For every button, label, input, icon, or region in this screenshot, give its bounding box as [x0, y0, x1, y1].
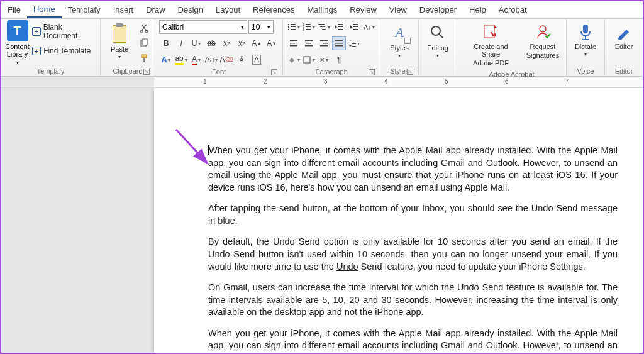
- clear-formatting-button[interactable]: A⌫: [219, 53, 233, 67]
- svg-rect-3: [142, 39, 147, 45]
- tab-layout[interactable]: Layout: [209, 1, 247, 18]
- content-library-label[interactable]: ContentLibrary ▾: [5, 43, 30, 66]
- font-name-select[interactable]: Calibri▾: [159, 20, 247, 34]
- phonetic-guide-button[interactable]: Â: [235, 53, 248, 67]
- multilevel-list-button[interactable]: [317, 20, 331, 34]
- ribbon: T ContentLibrary ▾ +Blank Document +Find…: [1, 19, 643, 77]
- svg-rect-11: [291, 29, 296, 30]
- shading-button[interactable]: [287, 53, 301, 67]
- tab-acrobat[interactable]: Acrobat: [492, 1, 533, 18]
- font-size-select[interactable]: 10▾: [248, 20, 274, 34]
- numbering-button[interactable]: 123: [302, 20, 316, 34]
- superscript-button[interactable]: x2: [235, 36, 248, 50]
- line-spacing-button[interactable]: [347, 36, 361, 50]
- svg-point-6: [288, 24, 289, 25]
- tab-view[interactable]: View: [383, 1, 413, 18]
- bold-button[interactable]: B: [159, 36, 173, 50]
- show-marks-button[interactable]: ¶: [332, 53, 346, 67]
- svg-rect-36: [335, 40, 343, 41]
- group-label-editing: [423, 66, 453, 76]
- tab-design[interactable]: Design: [172, 1, 209, 18]
- tab-help[interactable]: Help: [463, 1, 492, 18]
- grow-font-button[interactable]: A▲: [250, 36, 264, 50]
- document-area: When you get your iPhone, it comes with …: [1, 88, 643, 353]
- signature-icon: [533, 23, 552, 41]
- svg-rect-21: [338, 24, 343, 25]
- styles-icon: A: [389, 23, 409, 43]
- shrink-font-button[interactable]: A▼: [265, 36, 279, 50]
- svg-rect-34: [323, 43, 328, 44]
- group-label-clipboard: Clipboard↘: [104, 66, 151, 76]
- svg-point-45: [540, 26, 546, 32]
- svg-rect-28: [290, 43, 295, 44]
- svg-point-10: [288, 29, 289, 30]
- change-case-button[interactable]: Aa: [204, 53, 218, 67]
- editing-button[interactable]: Editing▾: [423, 20, 453, 61]
- align-right-button[interactable]: [317, 36, 331, 50]
- underline-button[interactable]: U: [189, 36, 203, 50]
- blank-document-button[interactable]: +Blank Document: [32, 21, 96, 41]
- group-label-templafy: Templafy: [5, 66, 96, 76]
- request-signatures-button[interactable]: Request Signatures: [523, 20, 562, 62]
- find-template-button[interactable]: +Find Template: [32, 45, 96, 57]
- increase-indent-button[interactable]: [347, 20, 361, 34]
- ribbon-tabs: File Home Templafy Insert Draw Design La…: [1, 1, 643, 19]
- paste-button[interactable]: Paste ▾: [104, 20, 135, 62]
- pdf-icon: [481, 23, 500, 41]
- dictate-button[interactable]: Dictate▾: [570, 20, 601, 60]
- font-dialog-launcher[interactable]: ↘: [271, 69, 277, 75]
- copy-button[interactable]: [137, 36, 151, 50]
- svg-rect-39: [352, 41, 356, 41]
- create-share-pdf-button[interactable]: Create and Share Adobe PDF: [461, 20, 521, 69]
- italic-button[interactable]: I: [174, 36, 188, 50]
- tab-mailings[interactable]: Mailings: [301, 1, 344, 18]
- align-left-button[interactable]: [287, 36, 301, 50]
- align-center-button[interactable]: [302, 36, 316, 50]
- align-justify-button[interactable]: [332, 36, 346, 50]
- bullets-button[interactable]: [287, 20, 301, 34]
- character-border-button[interactable]: A: [250, 53, 264, 67]
- borders-button[interactable]: [302, 53, 316, 67]
- svg-rect-30: [305, 40, 313, 41]
- group-templafy: T ContentLibrary ▾ +Blank Document +Find…: [1, 19, 101, 76]
- svg-rect-23: [338, 29, 343, 30]
- svg-point-43: [431, 26, 440, 35]
- group-clipboard: Paste ▾ Clipboard↘: [101, 19, 155, 76]
- cut-button[interactable]: [137, 21, 151, 35]
- tab-file[interactable]: File: [1, 1, 27, 18]
- svg-point-8: [288, 26, 289, 28]
- horizontal-ruler[interactable]: 1 2 3 4 5 6 7: [1, 77, 643, 88]
- decrease-indent-button[interactable]: [332, 20, 346, 34]
- font-color-button[interactable]: A: [189, 53, 203, 67]
- group-editing: Editing▾: [419, 19, 457, 76]
- svg-rect-22: [338, 26, 343, 27]
- highlight-button[interactable]: ab: [174, 53, 188, 67]
- tab-draw[interactable]: Draw: [140, 1, 171, 18]
- tab-insert[interactable]: Insert: [107, 1, 140, 18]
- svg-rect-47: [585, 36, 586, 39]
- format-painter-button[interactable]: [137, 52, 151, 65]
- group-label-paragraph: Paragraph↘: [287, 67, 376, 77]
- editor-button[interactable]: Editor: [609, 20, 639, 53]
- svg-rect-9: [291, 26, 296, 27]
- styles-button[interactable]: A Styles▾: [384, 20, 414, 61]
- paragraph-dialog-launcher[interactable]: ↘: [369, 69, 375, 75]
- group-label-styles: Styles↘: [384, 66, 414, 76]
- text-effects-button[interactable]: A: [159, 53, 173, 67]
- svg-rect-5: [143, 58, 145, 62]
- styles-dialog-launcher[interactable]: ↘: [407, 69, 413, 75]
- asian-layout-button[interactable]: ✕: [317, 53, 331, 67]
- document-page[interactable]: When you get your iPhone, it comes with …: [154, 88, 643, 353]
- group-editor: Editor Editor: [605, 19, 643, 76]
- tab-templafy[interactable]: Templafy: [62, 1, 107, 18]
- clipboard-dialog-launcher[interactable]: ↘: [143, 69, 150, 75]
- group-styles: A Styles▾ Styles↘: [380, 19, 419, 76]
- strikethrough-button[interactable]: ab: [204, 36, 218, 50]
- subscript-button[interactable]: x2: [219, 36, 233, 50]
- svg-rect-29: [290, 45, 297, 47]
- tab-home[interactable]: Home: [27, 1, 62, 18]
- tab-review[interactable]: Review: [343, 1, 383, 18]
- tab-developer[interactable]: Developer: [413, 1, 463, 18]
- sort-button[interactable]: A↓: [362, 20, 376, 34]
- tab-references[interactable]: References: [247, 1, 301, 18]
